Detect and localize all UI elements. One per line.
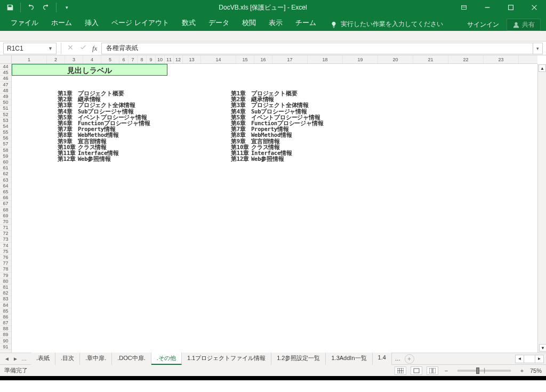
row-header[interactable]: 59 xyxy=(0,153,11,159)
row-header[interactable]: 68 xyxy=(0,207,11,213)
column-header[interactable]: 16 xyxy=(254,55,272,63)
column-header[interactable]: 13 xyxy=(183,55,201,63)
row-header[interactable]: 89 xyxy=(0,332,11,338)
row-header[interactable]: 76 xyxy=(0,255,11,260)
name-box[interactable]: R1C1 ▼ xyxy=(3,43,57,54)
page-break-view-button[interactable] xyxy=(427,366,438,375)
ribbon-tab-ページ レイアウト[interactable]: ページ レイアウト xyxy=(105,15,175,31)
column-header[interactable]: 6 xyxy=(119,55,129,63)
column-header[interactable]: 22 xyxy=(448,55,484,63)
page-layout-view-button[interactable] xyxy=(411,366,422,375)
tab-nav-prev[interactable]: ► xyxy=(12,356,19,362)
scroll-left-button[interactable]: ◄ xyxy=(516,355,524,363)
sheet-tab[interactable]: 1.1プロジェクトファイル情報 xyxy=(182,353,271,365)
column-header[interactable]: 1 xyxy=(12,55,47,63)
column-headers[interactable]: 1234567891011121314151617181920212223 xyxy=(12,55,537,64)
column-header[interactable]: 19 xyxy=(343,55,378,63)
row-header[interactable]: 64 xyxy=(0,183,11,189)
zoom-level[interactable]: 75% xyxy=(530,368,542,374)
sheet-tab[interactable]: 1.2参照設定一覧 xyxy=(271,353,326,365)
column-header[interactable]: 21 xyxy=(413,55,448,63)
scroll-up-button[interactable]: ▲ xyxy=(539,64,546,72)
column-header[interactable]: 15 xyxy=(236,55,254,63)
row-header[interactable]: 66 xyxy=(0,195,11,201)
zoom-slider[interactable] xyxy=(457,370,511,372)
row-header[interactable]: 71 xyxy=(0,225,11,231)
row-header[interactable]: 77 xyxy=(0,260,11,266)
row-header[interactable]: 79 xyxy=(0,273,11,279)
scroll-down-button[interactable]: ▼ xyxy=(539,344,546,352)
redo-button[interactable] xyxy=(39,1,53,14)
row-header[interactable]: 63 xyxy=(0,177,11,183)
row-header[interactable]: 80 xyxy=(0,279,11,284)
row-header[interactable]: 70 xyxy=(0,219,11,225)
row-header[interactable]: 47 xyxy=(0,82,11,88)
column-header[interactable]: 14 xyxy=(201,55,236,63)
tab-nav-more[interactable]: … xyxy=(20,356,28,362)
row-header[interactable]: 62 xyxy=(0,171,11,177)
maximize-button[interactable] xyxy=(499,0,523,15)
tell-me-search[interactable]: 実行したい作業を入力してください xyxy=(323,20,451,31)
minimize-button[interactable] xyxy=(476,0,499,15)
row-header[interactable]: 50 xyxy=(0,100,11,105)
tab-nav-first[interactable]: ◄ xyxy=(3,356,11,362)
signin-link[interactable]: サインイン xyxy=(467,20,499,29)
ribbon-tab-ファイル[interactable]: ファイル xyxy=(4,15,45,31)
row-header[interactable]: 56 xyxy=(0,135,11,141)
normal-view-button[interactable] xyxy=(395,366,406,375)
formula-input[interactable]: 各種背表紙 xyxy=(101,43,533,54)
selected-cell[interactable]: 見出しラベル xyxy=(12,64,167,76)
column-header[interactable]: 7 xyxy=(129,55,138,63)
expand-formula-bar[interactable]: ▾ xyxy=(533,43,543,54)
ribbon-tab-チーム[interactable]: チーム xyxy=(289,15,323,31)
column-header[interactable]: 20 xyxy=(378,55,413,63)
qat-customize[interactable]: ▾ xyxy=(60,1,74,14)
column-header[interactable]: 9 xyxy=(147,55,156,63)
close-button[interactable] xyxy=(523,0,546,15)
row-header[interactable]: 72 xyxy=(0,231,11,236)
sheet-tab[interactable]: .章中扉. xyxy=(80,353,112,365)
tab-nav-more-right[interactable]: … xyxy=(394,356,402,362)
cancel-formula-button[interactable] xyxy=(67,44,74,53)
row-header[interactable]: 73 xyxy=(0,236,11,242)
row-header[interactable]: 45 xyxy=(0,70,11,76)
save-button[interactable] xyxy=(3,1,17,14)
column-header[interactable]: 10 xyxy=(156,55,165,63)
column-header[interactable]: 11 xyxy=(165,55,174,63)
share-button[interactable]: 共有 xyxy=(507,19,541,31)
scroll-right-button[interactable]: ► xyxy=(535,355,543,363)
row-header[interactable]: 75 xyxy=(0,249,11,255)
ribbon-tab-ホーム[interactable]: ホーム xyxy=(45,15,78,31)
column-header[interactable]: 8 xyxy=(138,55,147,63)
sheet-tab[interactable]: .DOC中扉. xyxy=(112,353,151,365)
row-header[interactable]: 74 xyxy=(0,243,11,249)
column-header[interactable]: 2 xyxy=(47,55,65,63)
row-header[interactable]: 61 xyxy=(0,165,11,171)
row-header[interactable]: 57 xyxy=(0,141,11,147)
vertical-scrollbar[interactable]: ▲ ▼ xyxy=(537,64,546,353)
column-header[interactable]: 17 xyxy=(272,55,308,63)
row-header[interactable]: 82 xyxy=(0,290,11,296)
column-header[interactable]: 3 xyxy=(65,55,83,63)
row-header[interactable]: 44 xyxy=(0,64,11,70)
sheet-tab[interactable]: .目次 xyxy=(55,353,80,365)
column-header[interactable]: 4 xyxy=(83,55,101,63)
row-header[interactable]: 83 xyxy=(0,296,11,302)
ribbon-tab-校閲[interactable]: 校閲 xyxy=(236,15,262,31)
row-header[interactable]: 87 xyxy=(0,320,11,326)
row-header[interactable]: 91 xyxy=(0,344,11,350)
insert-function-button[interactable]: fx xyxy=(92,44,97,53)
row-header[interactable]: 55 xyxy=(0,129,11,135)
column-header[interactable]: 23 xyxy=(484,55,519,63)
grid-cells[interactable]: 見出しラベル 第1章プロジェクト概要第2章継承情報第3章プロジェクト全体情報第4… xyxy=(12,64,537,353)
row-header[interactable]: 69 xyxy=(0,213,11,219)
column-header[interactable]: 12 xyxy=(174,55,183,63)
ribbon-display-options[interactable] xyxy=(452,0,476,15)
sheet-tab[interactable]: .その他 xyxy=(151,353,182,365)
zoom-in-button[interactable]: + xyxy=(518,368,526,374)
ribbon-tab-表示[interactable]: 表示 xyxy=(262,15,289,31)
horizontal-scrollbar[interactable]: ◄ ► xyxy=(515,355,544,363)
row-header[interactable]: 46 xyxy=(0,76,11,81)
row-header[interactable]: 78 xyxy=(0,266,11,272)
row-header[interactable]: 58 xyxy=(0,148,11,153)
